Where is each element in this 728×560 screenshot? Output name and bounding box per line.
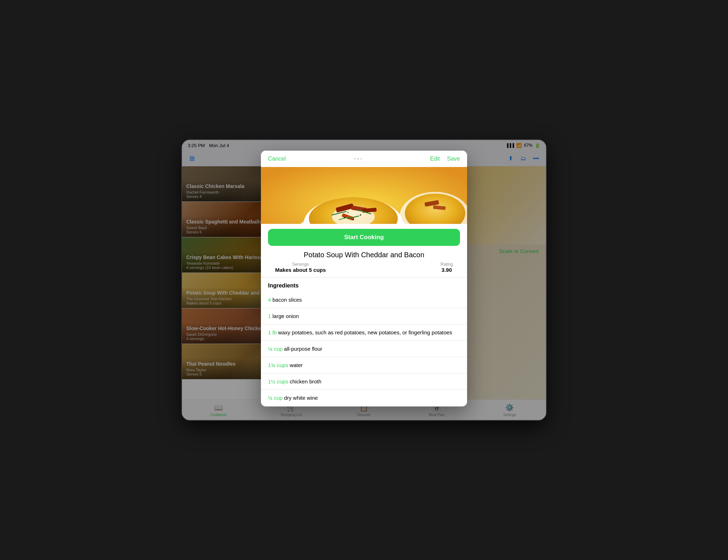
ingredient-item-7: ¼ cup dry white wine bbox=[261, 390, 467, 406]
start-cooking-button[interactable]: Start Cooking bbox=[268, 229, 460, 246]
ingredient-6-qty: 1½ cups bbox=[268, 378, 288, 384]
rating-label: Rating bbox=[440, 262, 453, 267]
recipe-meta: Servings Makes about 5 cups Rating 3.90 bbox=[261, 262, 467, 278]
ingredients-header: Ingredients bbox=[261, 278, 467, 292]
servings-meta: Servings Makes about 5 cups bbox=[275, 262, 326, 273]
servings-value: Makes about 5 cups bbox=[275, 267, 326, 273]
modal-cancel-button[interactable]: Cancel bbox=[268, 156, 286, 162]
ingredient-1-text: bacon slices bbox=[271, 297, 302, 303]
servings-label: Servings bbox=[275, 262, 326, 267]
drag-dot-3 bbox=[360, 158, 362, 160]
ingredient-item-8: 2 cups grated sharp cheddar (about 8 oun… bbox=[261, 406, 467, 406]
modal-drag-indicator bbox=[354, 158, 362, 160]
ingredient-item-1: 4 bacon slices bbox=[261, 292, 467, 308]
ingredient-3-text: waxy potatoes, such as red potatoes, new… bbox=[277, 329, 452, 335]
ingredient-6-text: chicken broth bbox=[288, 378, 321, 384]
ingredient-item-6: 1½ cups chicken broth bbox=[261, 373, 467, 390]
soup-illustration bbox=[261, 167, 467, 224]
modal-overlay: Cancel Edit Save bbox=[182, 140, 546, 420]
ingredient-item-4: ¼ cup all-purpose flour bbox=[261, 341, 467, 357]
ingredient-item-3: 1 lb waxy potatoes, such as red potatoes… bbox=[261, 324, 467, 341]
modal-recipe-title: Potato Soup With Cheddar and Bacon bbox=[261, 246, 467, 262]
svg-point-17 bbox=[344, 217, 345, 218]
ingredient-4-qty: ¼ cup bbox=[268, 346, 283, 352]
modal-recipe-image bbox=[261, 167, 467, 224]
ingredient-item-2: 1 large onion bbox=[261, 308, 467, 324]
rating-value: 3.90 bbox=[440, 267, 453, 273]
modal-save-button[interactable]: Save bbox=[447, 156, 460, 162]
ingredient-2-text: large onion bbox=[271, 313, 299, 319]
svg-point-19 bbox=[353, 219, 354, 220]
modal-edit-button[interactable]: Edit bbox=[430, 156, 440, 162]
ingredient-4-text: all-purpose flour bbox=[283, 346, 322, 352]
ingredient-5-qty: 1¾ cups bbox=[268, 362, 288, 368]
ingredient-item-5: 1¾ cups water bbox=[261, 357, 467, 373]
recipe-image-bg bbox=[261, 167, 467, 224]
ingredient-3-qty: 1 lb bbox=[268, 329, 277, 335]
ingredients-section: Ingredients 4 bacon slices 1 large onion… bbox=[261, 278, 467, 406]
rating-meta: Rating 3.90 bbox=[440, 262, 453, 273]
svg-point-18 bbox=[360, 214, 361, 216]
modal-actions: Edit Save bbox=[430, 156, 460, 162]
ingredient-7-text: dry white wine bbox=[283, 395, 318, 401]
modal-header: Cancel Edit Save bbox=[261, 151, 467, 167]
drag-dot-2 bbox=[357, 158, 359, 160]
svg-point-20 bbox=[348, 212, 349, 213]
ingredient-7-qty: ¼ cup bbox=[268, 395, 283, 401]
recipe-detail-modal: Cancel Edit Save bbox=[261, 151, 467, 406]
drag-dot-1 bbox=[354, 158, 355, 160]
ingredient-5-text: water bbox=[288, 362, 303, 368]
